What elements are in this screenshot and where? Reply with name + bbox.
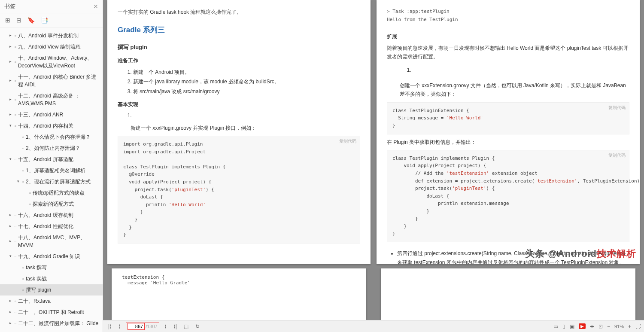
bookmark-label: 十、Android Window、Activity、DecorView以及Vie… — [18, 54, 100, 70]
fit-page-icon[interactable]: ⊡ — [598, 323, 603, 329]
bookmark-item[interactable]: ▫task 实战 — [0, 273, 103, 284]
bookmark-label: 1、屏幕适配相关名词解析 — [26, 167, 100, 174]
bookmark-icon[interactable]: 🔖 — [27, 17, 35, 24]
tree-arrow-icon: ▸ — [9, 223, 14, 229]
basic-list — [133, 111, 360, 120]
sidebar-header: 书签 ✕ — [0, 0, 103, 13]
prep-heading: 准备工作 — [118, 56, 360, 65]
expand-all-icon[interactable]: ⊞ — [5, 17, 10, 24]
bookmark-item[interactable]: ▸▫二十三、Android 组件化与插件化 — [0, 329, 103, 332]
bookmark-label: 1、什么情况下会内存泄漏？ — [26, 133, 100, 141]
bookmark-item[interactable]: ▫1、屏幕适配相关名词解析 — [0, 165, 103, 176]
bookmark-item[interactable]: ▫传统dp适配方式的缺点 — [0, 187, 103, 198]
bookmark-item[interactable]: ▸▫十二、Android 高级必备 ：AMS,WMS,PMS — [0, 90, 103, 109]
subsection-heading: 撰写 plugin — [118, 43, 360, 52]
bookmark-label: 二十、RxJava — [18, 297, 100, 305]
bookmark-label: 八、Android 事件分发机制 — [18, 32, 100, 40]
tree-arrow-icon: ▾ — [17, 179, 21, 185]
bookmark-item[interactable]: ▸▫二十二、最流行图片加载库： Glide — [0, 318, 103, 329]
layout-single-icon[interactable]: ▭ — [553, 323, 558, 329]
page-icon: ▫ — [15, 309, 16, 316]
tree-arrow-icon: ▸ — [9, 97, 14, 103]
tree-arrow-icon: ▸ — [9, 298, 14, 304]
bookmark-label: 十一、Android 的核心 Binder 多进程 AIDL — [18, 73, 100, 88]
fit-width-icon[interactable]: ⬌ — [590, 323, 594, 329]
last-page-icon[interactable]: ⟩| — [172, 323, 179, 329]
toolbar-right: ▭ ▯ ▣ ▶ ⬌ ⊡ − 91% + ⛶ — [553, 323, 641, 329]
bookmark-item[interactable]: ▸▫二十、RxJava — [0, 295, 103, 307]
bookmark-item[interactable]: ▸▫十七、Android 性能优化 — [0, 221, 103, 232]
next-page-icon[interactable]: ⟩ — [163, 323, 168, 329]
document-viewer: 一个实打实的 Gradle task hook 流程就这么操作完了。 Gradl… — [103, 0, 644, 332]
section-heading: Gradle 系列三 — [118, 24, 360, 37]
page-icon: ▫ — [15, 111, 16, 119]
bookmark-label: 传统dp适配方式的缺点 — [33, 189, 100, 197]
bookmark-label: task 撰写 — [26, 264, 100, 271]
zoom-out-icon[interactable]: − — [607, 323, 610, 329]
code-block-plugin: 复制代码import org.gradle.api.Plugin import … — [118, 136, 360, 244]
intro-text: 一个实打实的 Gradle task hook 流程就这么操作完了。 — [118, 8, 360, 16]
bookmark-item[interactable]: ▾▫十四、Android 内存相关 — [0, 120, 103, 131]
tree-arrow-icon: ▸ — [9, 59, 14, 65]
ribbon-icon[interactable]: 📑 — [41, 17, 48, 24]
bookmark-item[interactable]: ▫探索新的适配方式 — [0, 198, 103, 210]
page-icon: ▫ — [22, 134, 24, 141]
copy-button[interactable]: 复制代码 — [339, 138, 356, 145]
page-icon: ▫ — [22, 286, 24, 294]
bookmark-item[interactable]: ▫1、什么情况下会内存泄漏？ — [0, 131, 103, 143]
tree-arrow-icon: ▸ — [9, 78, 14, 84]
page-icon: ▫ — [15, 212, 16, 219]
bookmark-item[interactable]: ▾▫十九、Android Gradle 知识 — [0, 251, 103, 262]
basic-note: 新建一个 xxxPlugin.groovy 并实现 Plugin 接口，例如： — [131, 124, 360, 132]
prep-item: 将 src/main/java 改成 src/main/groovy — [133, 87, 360, 96]
bookmark-item[interactable]: ▸▫十六、Android 缓存机制 — [0, 210, 103, 221]
bookmark-item[interactable]: ▫2、如何防止内存泄漏？ — [0, 143, 103, 154]
bookmark-item[interactable]: ▾▫十五、Android 屏幕适配 — [0, 154, 103, 165]
page-icon: ▫ — [22, 145, 24, 152]
refresh-icon[interactable]: ↻ — [194, 323, 201, 329]
layout-book-icon[interactable]: ▣ — [570, 323, 574, 329]
page-number-input[interactable] — [128, 323, 145, 330]
bookmark-label: 探索新的适配方式 — [33, 200, 100, 208]
layout-scroll-icon[interactable]: ▯ — [562, 323, 565, 329]
fullscreen-icon[interactable]: ⛶ — [635, 323, 641, 329]
zoom-in-icon[interactable]: + — [628, 323, 631, 329]
ext-steps — [413, 65, 629, 75]
terminal-output: > Task :app:testPlugin Hello from the Te… — [387, 8, 629, 24]
bookmark-item[interactable]: ▸▫十三、Android ANR — [0, 109, 103, 120]
note-item: 第四行通过 project.extensions.create(String n… — [397, 249, 629, 264]
page-icon: ▫ — [22, 275, 24, 283]
video-icon[interactable]: ▶ — [579, 323, 586, 329]
page-icon: ▫ — [15, 43, 16, 51]
bookmark-item[interactable]: ▸▫十一、Android 的核心 Binder 多进程 AIDL — [0, 71, 103, 90]
first-page-icon[interactable]: |⟨ — [106, 323, 113, 329]
bookmark-item[interactable]: ▸▫九、Android View 绘制流程 — [0, 41, 103, 52]
bookmark-item[interactable]: ▫task 撰写 — [0, 262, 103, 273]
ext-para2: 在 Plugin 类中获取闭包信息，并输出： — [387, 138, 629, 146]
page-icon: ▫ — [15, 253, 16, 260]
zoom-level: 91% — [614, 324, 624, 329]
bookmark-label: 十三、Android ANR — [18, 111, 100, 119]
bookmark-item[interactable]: ▫撰写 plugin — [0, 284, 103, 295]
bookmark-item[interactable]: ▸▫二十一、OKHTTP 和 Retrofit — [0, 307, 103, 318]
prev-page-icon[interactable]: ⟨ — [117, 323, 122, 329]
page-icon: ▫ — [29, 201, 31, 208]
next-page-left: testExtension { message 'Hello Gradle' — [112, 268, 366, 320]
collapse-all-icon[interactable]: ⊟ — [16, 17, 21, 24]
bookmark-item[interactable]: ▾▫2、现在流行的屏幕适配方式 — [0, 176, 103, 187]
bookmark-item[interactable]: ▸▫八、Android 事件分发机制 — [0, 30, 103, 41]
bookmark-item[interactable]: ▸▫十、Android Window、Activity、DecorView以及V… — [0, 52, 103, 71]
bookmark-label: 2、现在流行的屏幕适配方式 — [26, 178, 100, 186]
close-icon[interactable]: ✕ — [93, 3, 98, 10]
code-content: class TestPluginExtension { String messa… — [392, 108, 483, 128]
next-snippet: testExtension { message 'Hello Gradle' — [122, 274, 356, 286]
bookmark-label: 2、如何防止内存泄漏？ — [26, 144, 100, 152]
export-icon[interactable]: ⬚ — [182, 323, 190, 329]
sidebar-title: 书签 — [4, 3, 15, 10]
copy-button[interactable]: 复制代码 — [608, 104, 626, 111]
bookmark-label: 十四、Android 内存相关 — [18, 122, 100, 130]
bookmark-item[interactable]: ▸▫十八、Android MVC、MVP、MVVM — [0, 232, 103, 251]
bookmark-label: 撰写 plugin — [26, 286, 100, 294]
page-icon: ▫ — [15, 223, 16, 230]
copy-button[interactable]: 复制代码 — [608, 152, 626, 159]
